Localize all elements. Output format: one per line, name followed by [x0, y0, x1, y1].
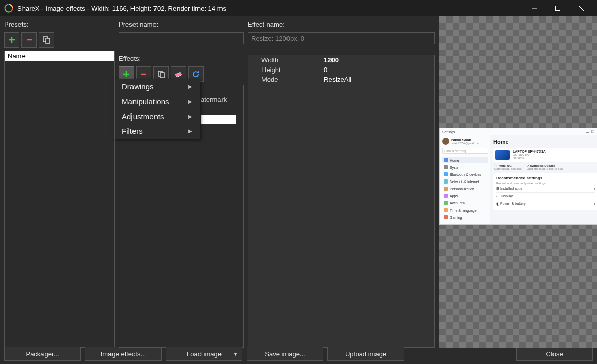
window-minimize-button[interactable]	[522, 0, 546, 16]
copy-icon	[42, 36, 51, 44]
preview-nav-item: Bluetooth & devices	[442, 171, 488, 177]
svg-rect-11	[160, 73, 164, 78]
chevron-right-icon: ▶	[188, 113, 192, 119]
save-image-button[interactable]: Save image...	[247, 347, 323, 361]
upload-image-button[interactable]: Upload image	[327, 347, 404, 361]
property-row[interactable]: Mode ResizeAll	[248, 75, 434, 84]
preset-name-label: Preset name:	[119, 20, 244, 28]
preview-panel: Settings — ☐ ✕ Pankil Shah pankil.b2854@…	[439, 16, 597, 348]
properties-column: Effect name: Width 1200 Height 0 Mode Re…	[248, 20, 435, 348]
preview-main-heading: Home	[493, 139, 597, 145]
refresh-icon	[192, 70, 200, 78]
chevron-right-icon: ▶	[188, 128, 192, 134]
plus-icon	[8, 36, 16, 44]
preview-nav-item: Accounts	[442, 200, 488, 206]
effects-label: Effects:	[119, 55, 244, 62]
preset-add-button[interactable]	[4, 32, 19, 48]
svg-rect-5	[556, 6, 560, 11]
preview-nav-item: Network & internet	[442, 178, 488, 185]
property-row[interactable]: Height 0	[248, 65, 434, 75]
window-close-button[interactable]	[569, 0, 593, 16]
property-row[interactable]: Width 1200	[248, 55, 434, 65]
context-menu-item-manipulations[interactable]: Manipulations▶	[115, 94, 200, 109]
property-value[interactable]: 1200	[324, 56, 430, 64]
svg-rect-9	[46, 38, 50, 43]
property-value[interactable]: 0	[324, 66, 430, 74]
sharex-logo-icon	[4, 4, 13, 13]
preview-nav-item: System	[442, 164, 488, 170]
title-bar: ShareX - Image effects - Width: 1166, He…	[0, 0, 597, 16]
effect-name-input[interactable]	[248, 32, 435, 44]
avatar	[442, 138, 449, 145]
presets-column: Presets: Name	[4, 20, 115, 348]
minus-icon	[140, 70, 148, 78]
preview-maximize-icon: ☐	[591, 130, 594, 134]
chevron-right-icon: ▶	[188, 84, 192, 89]
property-key: Mode	[252, 76, 324, 83]
preview-window-title: Settings	[442, 130, 584, 134]
image-effects-button[interactable]: Image effects...	[85, 347, 162, 361]
effect-name-label: Effect name:	[248, 20, 435, 28]
presets-list-header: Name	[5, 51, 114, 61]
preview-minimize-icon: —	[586, 130, 589, 134]
svg-rect-12	[175, 72, 182, 77]
copy-icon	[157, 70, 165, 78]
effect-properties-grid[interactable]: Width 1200 Height 0 Mode ResizeAll	[248, 55, 435, 348]
context-menu-item-adjustments[interactable]: Adjustments▶	[115, 109, 200, 124]
property-key: Height	[252, 66, 324, 74]
preview-image: Settings — ☐ ✕ Pankil Shah pankil.b2854@…	[439, 128, 597, 225]
load-image-button[interactable]: Load image▾	[166, 347, 242, 361]
effect-item-partial: atermark	[201, 96, 227, 103]
preview-nav-item: Gaming	[442, 214, 488, 220]
presets-label: Presets:	[4, 20, 115, 28]
preview-user-name: Pankil Shah	[451, 138, 479, 142]
preview-nav-item: Personalization	[442, 186, 488, 192]
preview-rec-heading: Recommended settings	[496, 176, 595, 180]
chevron-down-icon: ▾	[234, 351, 237, 357]
minus-icon	[25, 36, 33, 44]
window-title: ShareX - Image effects - Width: 1166, He…	[17, 5, 522, 12]
preview-nav-item: Home	[442, 157, 488, 163]
close-button[interactable]: Close	[516, 347, 593, 361]
context-menu-item-filters[interactable]: Filters▶	[115, 124, 200, 139]
plus-icon	[122, 70, 130, 78]
property-value[interactable]: ResizeAll	[324, 76, 430, 83]
context-menu-item-drawings[interactable]: Drawings▶	[115, 79, 200, 94]
preview-user-email: pankil.b2854@gmail.com	[451, 142, 479, 145]
add-effect-context-menu: Drawings▶ Manipulations▶ Adjustments▶ Fi…	[114, 79, 200, 139]
preset-duplicate-button[interactable]	[39, 32, 54, 48]
preview-nav-item: Apps	[442, 193, 488, 199]
preset-name-input[interactable]	[119, 32, 244, 44]
preview-nav-item: Time & language	[442, 207, 488, 213]
chevron-right-icon: ▶	[188, 99, 192, 104]
eraser-icon	[174, 70, 183, 78]
window-maximize-button[interactable]	[546, 0, 569, 16]
preview-search-input: Find a setting	[442, 148, 488, 154]
effects-column: Preset name: Effects:	[119, 20, 244, 348]
preset-remove-button[interactable]	[21, 32, 37, 48]
preview-device-name: LAPTOP-8P447D3A	[513, 150, 546, 153]
packager-button[interactable]: Packager...	[4, 347, 81, 361]
effect-item-selected-partial	[201, 115, 236, 124]
property-key: Width	[252, 56, 324, 64]
presets-list[interactable]: Name	[4, 51, 115, 348]
preview-device-thumb	[495, 150, 510, 160]
